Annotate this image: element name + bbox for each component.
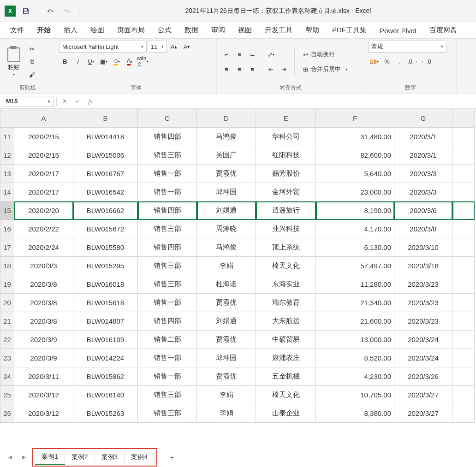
new-sheet-button[interactable]: ＋ bbox=[165, 452, 179, 463]
cell[interactable]: 2020/2/22 bbox=[14, 220, 73, 238]
align-top-button[interactable]: ⌐ bbox=[220, 48, 232, 60]
cell[interactable]: 贾霞优 bbox=[197, 331, 256, 349]
cell[interactable]: 2020/3/3 bbox=[14, 257, 73, 275]
column-header[interactable]: D bbox=[197, 109, 256, 128]
cell[interactable]: 2020/3/23 bbox=[394, 294, 452, 312]
cell[interactable]: 2020/2/17 bbox=[14, 183, 73, 201]
row-header[interactable]: 22 bbox=[0, 331, 14, 349]
cell[interactable]: 贾霞优 bbox=[197, 294, 256, 312]
ribbon-tab-8[interactable]: 视图 bbox=[232, 22, 257, 38]
cell[interactable] bbox=[452, 257, 475, 275]
cell[interactable]: 大东航运 bbox=[256, 312, 316, 331]
cell[interactable]: 23,000.00 bbox=[316, 183, 394, 201]
cell[interactable]: 2020/3/11 bbox=[14, 367, 73, 386]
cell[interactable]: 2020/3/8 bbox=[394, 220, 452, 238]
row-header[interactable]: 11 bbox=[0, 128, 14, 146]
column-header[interactable]: G bbox=[394, 109, 452, 128]
cell[interactable]: 21,600.00 bbox=[316, 312, 394, 331]
cell[interactable]: 2020/3/8 bbox=[14, 294, 73, 312]
cell[interactable]: 57,497.00 bbox=[316, 257, 394, 275]
decrease-indent-button[interactable]: ⇤ bbox=[265, 63, 277, 75]
cell[interactable]: 红阳科技 bbox=[256, 146, 316, 165]
cell[interactable]: 吴国广 bbox=[197, 146, 256, 165]
cell[interactable]: 2020/3/27 bbox=[394, 386, 452, 404]
cell[interactable] bbox=[452, 183, 475, 201]
cell[interactable]: 销售三部 bbox=[138, 257, 197, 275]
increase-decimal-button[interactable]: .0→ bbox=[407, 55, 419, 67]
cell[interactable]: 金坷外贸 bbox=[256, 183, 316, 201]
cell[interactable]: 邱坤国 bbox=[197, 349, 256, 367]
cell[interactable] bbox=[452, 294, 475, 312]
cell[interactable]: 8,190.00 bbox=[316, 201, 394, 220]
cell[interactable]: 销售一部 bbox=[138, 349, 197, 367]
cell[interactable]: 2020/2/17 bbox=[14, 165, 73, 183]
cell[interactable]: 山泰企业 bbox=[256, 404, 316, 423]
cell[interactable] bbox=[452, 238, 475, 257]
cell[interactable]: 瑞尔教育 bbox=[256, 294, 316, 312]
sheet-tab[interactable]: 案例1 bbox=[35, 450, 65, 465]
cell[interactable]: BLW015618 bbox=[73, 294, 138, 312]
percent-button[interactable]: % bbox=[381, 55, 393, 67]
insert-function-button[interactable]: fx bbox=[85, 98, 95, 105]
cell[interactable]: 椅天文化 bbox=[256, 257, 316, 275]
cell[interactable]: 销售一部 bbox=[138, 165, 197, 183]
cell[interactable]: 8,520.00 bbox=[316, 349, 394, 367]
cell[interactable]: 华科公司 bbox=[256, 128, 316, 146]
ribbon-tab-2[interactable]: 插入 bbox=[58, 22, 83, 38]
cell[interactable]: 杜海诺 bbox=[197, 275, 256, 294]
sheet-nav-next[interactable]: ► bbox=[18, 452, 30, 463]
row-header[interactable]: 16 bbox=[0, 220, 14, 238]
cell[interactable]: 2020/3/24 bbox=[394, 349, 452, 367]
paste-button[interactable]: 粘贴 ▾ bbox=[4, 44, 24, 79]
cell[interactable]: 销售三部 bbox=[138, 275, 197, 294]
row-header[interactable]: 17 bbox=[0, 238, 14, 257]
ribbon-tab-12[interactable]: Power Pivot bbox=[374, 23, 422, 38]
align-right-button[interactable]: ≡ bbox=[246, 63, 258, 75]
ribbon-tab-9[interactable]: 开发工具 bbox=[259, 22, 298, 38]
ribbon-tab-13[interactable]: 百度网盘 bbox=[424, 22, 463, 38]
row-header[interactable]: 12 bbox=[0, 146, 14, 165]
ribbon-tab-6[interactable]: 数据 bbox=[179, 22, 204, 38]
cell[interactable] bbox=[452, 367, 475, 386]
font-size-select[interactable]: 11▾ bbox=[148, 41, 167, 53]
sheet-nav-prev[interactable]: ◄ bbox=[5, 452, 16, 463]
cell[interactable]: 31,480.00 bbox=[316, 128, 394, 146]
decrease-decimal-button[interactable]: ←.0 bbox=[420, 55, 432, 67]
column-header[interactable] bbox=[452, 109, 475, 128]
cell[interactable]: BLW015862 bbox=[73, 367, 138, 386]
cell[interactable]: 2020/2/15 bbox=[14, 128, 73, 146]
wrap-text-button[interactable]: ↩自动换行 bbox=[299, 48, 351, 60]
cell[interactable]: BLW014418 bbox=[73, 128, 138, 146]
cell[interactable] bbox=[452, 201, 475, 220]
cell[interactable]: BLW016018 bbox=[73, 275, 138, 294]
cell[interactable]: 马鸿俊 bbox=[197, 238, 256, 257]
column-header[interactable]: A bbox=[14, 109, 73, 128]
cell[interactable]: 东海实业 bbox=[256, 275, 316, 294]
font-color-button[interactable]: A▾ bbox=[124, 55, 136, 67]
cell[interactable]: 销售四部 bbox=[138, 238, 197, 257]
cell[interactable]: 5,640.00 bbox=[316, 165, 394, 183]
cell[interactable]: 2020/3/8 bbox=[14, 275, 73, 294]
row-header[interactable]: 23 bbox=[0, 349, 14, 367]
cell[interactable]: 2020/3/12 bbox=[14, 386, 73, 404]
cell[interactable]: 2020/2/15 bbox=[14, 146, 73, 165]
cell[interactable]: BLW016662 bbox=[73, 201, 138, 220]
cell[interactable]: 销售三部 bbox=[138, 220, 197, 238]
cell[interactable]: 康浦农庄 bbox=[256, 349, 316, 367]
cell[interactable]: 销售三部 bbox=[138, 146, 197, 165]
cell[interactable]: BLW014807 bbox=[73, 312, 138, 331]
cell[interactable]: 销售四部 bbox=[138, 128, 197, 146]
row-header[interactable]: 24 bbox=[0, 367, 14, 386]
cell[interactable]: 销售四部 bbox=[138, 201, 197, 220]
cell[interactable]: 2020/3/1 bbox=[394, 128, 452, 146]
align-left-button[interactable]: ≡ bbox=[220, 63, 232, 75]
align-center-button[interactable]: ≡ bbox=[233, 63, 245, 75]
cell[interactable]: 2020/3/9 bbox=[14, 349, 73, 367]
column-header[interactable]: E bbox=[256, 109, 316, 128]
cell[interactable]: 业兴科技 bbox=[256, 220, 316, 238]
cell[interactable] bbox=[452, 386, 475, 404]
cell[interactable]: 4,230.00 bbox=[316, 367, 394, 386]
cell[interactable]: BLW015672 bbox=[73, 220, 138, 238]
border-button[interactable]: ▦▾ bbox=[98, 55, 110, 67]
cell[interactable]: 11,280.00 bbox=[316, 275, 394, 294]
